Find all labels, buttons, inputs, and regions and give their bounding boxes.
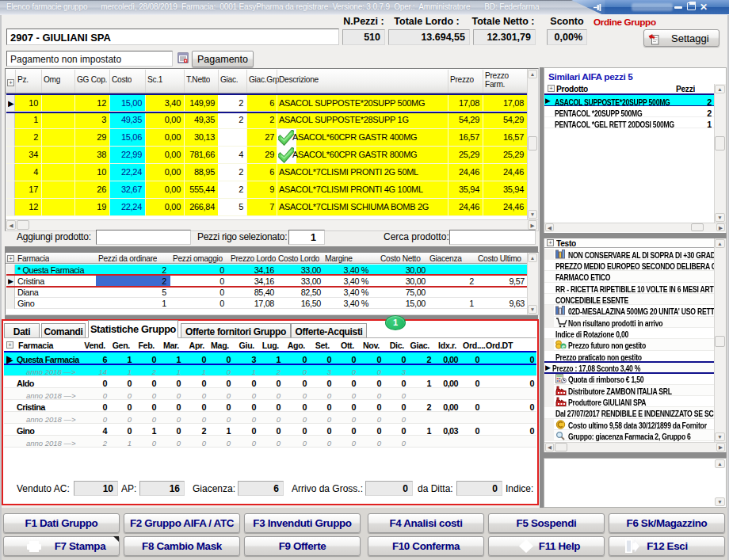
svg-text:e: e xyxy=(562,343,565,349)
